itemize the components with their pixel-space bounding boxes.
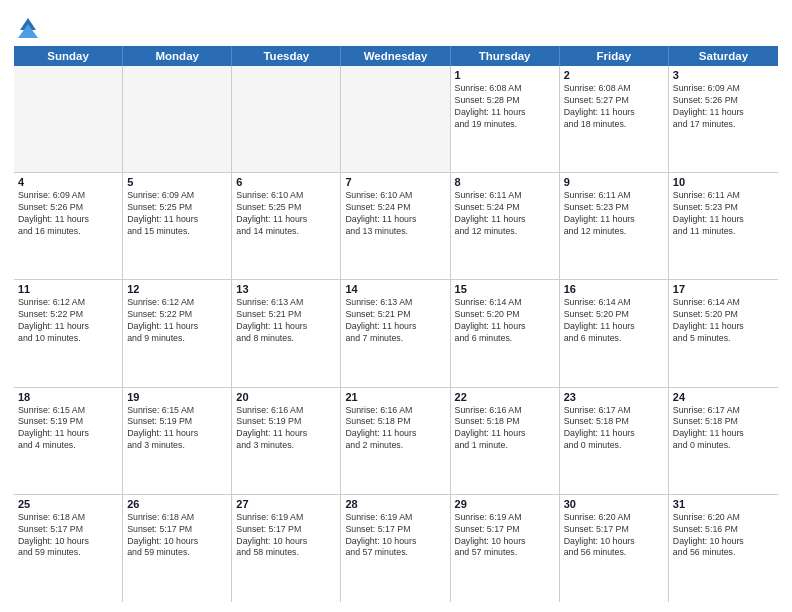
day-info: Sunrise: 6:20 AM Sunset: 5:16 PM Dayligh… xyxy=(673,512,774,560)
calendar-cell: 26Sunrise: 6:18 AM Sunset: 5:17 PM Dayli… xyxy=(123,495,232,602)
day-number: 18 xyxy=(18,391,118,403)
calendar-cell: 28Sunrise: 6:19 AM Sunset: 5:17 PM Dayli… xyxy=(341,495,450,602)
day-info: Sunrise: 6:19 AM Sunset: 5:17 PM Dayligh… xyxy=(345,512,445,560)
calendar-cell: 10Sunrise: 6:11 AM Sunset: 5:23 PM Dayli… xyxy=(669,173,778,279)
calendar-cell: 22Sunrise: 6:16 AM Sunset: 5:18 PM Dayli… xyxy=(451,388,560,494)
calendar-cell xyxy=(232,66,341,172)
day-info: Sunrise: 6:09 AM Sunset: 5:26 PM Dayligh… xyxy=(673,83,774,131)
day-number: 16 xyxy=(564,283,664,295)
day-info: Sunrise: 6:19 AM Sunset: 5:17 PM Dayligh… xyxy=(455,512,555,560)
calendar-cell: 3Sunrise: 6:09 AM Sunset: 5:26 PM Daylig… xyxy=(669,66,778,172)
calendar-cell: 27Sunrise: 6:19 AM Sunset: 5:17 PM Dayli… xyxy=(232,495,341,602)
calendar-cell: 2Sunrise: 6:08 AM Sunset: 5:27 PM Daylig… xyxy=(560,66,669,172)
day-number: 14 xyxy=(345,283,445,295)
day-number: 26 xyxy=(127,498,227,510)
day-number: 3 xyxy=(673,69,774,81)
day-number: 28 xyxy=(345,498,445,510)
calendar-cell: 21Sunrise: 6:16 AM Sunset: 5:18 PM Dayli… xyxy=(341,388,450,494)
calendar-cell: 12Sunrise: 6:12 AM Sunset: 5:22 PM Dayli… xyxy=(123,280,232,386)
day-number: 13 xyxy=(236,283,336,295)
day-info: Sunrise: 6:17 AM Sunset: 5:18 PM Dayligh… xyxy=(564,405,664,453)
day-info: Sunrise: 6:09 AM Sunset: 5:25 PM Dayligh… xyxy=(127,190,227,238)
day-number: 1 xyxy=(455,69,555,81)
logo xyxy=(14,14,46,42)
day-number: 22 xyxy=(455,391,555,403)
day-number: 31 xyxy=(673,498,774,510)
page: SundayMondayTuesdayWednesdayThursdayFrid… xyxy=(0,0,792,612)
day-info: Sunrise: 6:08 AM Sunset: 5:28 PM Dayligh… xyxy=(455,83,555,131)
calendar-cell: 20Sunrise: 6:16 AM Sunset: 5:19 PM Dayli… xyxy=(232,388,341,494)
day-number: 10 xyxy=(673,176,774,188)
calendar: SundayMondayTuesdayWednesdayThursdayFrid… xyxy=(14,46,778,602)
day-info: Sunrise: 6:14 AM Sunset: 5:20 PM Dayligh… xyxy=(673,297,774,345)
day-number: 6 xyxy=(236,176,336,188)
weekday-header: Friday xyxy=(560,46,669,66)
weekday-header: Saturday xyxy=(669,46,778,66)
day-info: Sunrise: 6:09 AM Sunset: 5:26 PM Dayligh… xyxy=(18,190,118,238)
calendar-cell: 7Sunrise: 6:10 AM Sunset: 5:24 PM Daylig… xyxy=(341,173,450,279)
day-number: 15 xyxy=(455,283,555,295)
calendar-cell: 13Sunrise: 6:13 AM Sunset: 5:21 PM Dayli… xyxy=(232,280,341,386)
calendar-row: 18Sunrise: 6:15 AM Sunset: 5:19 PM Dayli… xyxy=(14,388,778,495)
weekday-header: Monday xyxy=(123,46,232,66)
calendar-header: SundayMondayTuesdayWednesdayThursdayFrid… xyxy=(14,46,778,66)
calendar-cell: 30Sunrise: 6:20 AM Sunset: 5:17 PM Dayli… xyxy=(560,495,669,602)
day-info: Sunrise: 6:13 AM Sunset: 5:21 PM Dayligh… xyxy=(236,297,336,345)
calendar-cell: 8Sunrise: 6:11 AM Sunset: 5:24 PM Daylig… xyxy=(451,173,560,279)
calendar-body: 1Sunrise: 6:08 AM Sunset: 5:28 PM Daylig… xyxy=(14,66,778,602)
day-info: Sunrise: 6:12 AM Sunset: 5:22 PM Dayligh… xyxy=(18,297,118,345)
calendar-cell: 6Sunrise: 6:10 AM Sunset: 5:25 PM Daylig… xyxy=(232,173,341,279)
day-info: Sunrise: 6:12 AM Sunset: 5:22 PM Dayligh… xyxy=(127,297,227,345)
calendar-cell: 4Sunrise: 6:09 AM Sunset: 5:26 PM Daylig… xyxy=(14,173,123,279)
calendar-cell: 14Sunrise: 6:13 AM Sunset: 5:21 PM Dayli… xyxy=(341,280,450,386)
day-number: 19 xyxy=(127,391,227,403)
calendar-cell: 25Sunrise: 6:18 AM Sunset: 5:17 PM Dayli… xyxy=(14,495,123,602)
day-number: 12 xyxy=(127,283,227,295)
calendar-cell: 19Sunrise: 6:15 AM Sunset: 5:19 PM Dayli… xyxy=(123,388,232,494)
calendar-row: 25Sunrise: 6:18 AM Sunset: 5:17 PM Dayli… xyxy=(14,495,778,602)
calendar-cell: 1Sunrise: 6:08 AM Sunset: 5:28 PM Daylig… xyxy=(451,66,560,172)
calendar-row: 4Sunrise: 6:09 AM Sunset: 5:26 PM Daylig… xyxy=(14,173,778,280)
calendar-row: 1Sunrise: 6:08 AM Sunset: 5:28 PM Daylig… xyxy=(14,66,778,173)
day-info: Sunrise: 6:15 AM Sunset: 5:19 PM Dayligh… xyxy=(127,405,227,453)
day-info: Sunrise: 6:19 AM Sunset: 5:17 PM Dayligh… xyxy=(236,512,336,560)
weekday-header: Sunday xyxy=(14,46,123,66)
day-number: 21 xyxy=(345,391,445,403)
day-info: Sunrise: 6:10 AM Sunset: 5:24 PM Dayligh… xyxy=(345,190,445,238)
day-info: Sunrise: 6:11 AM Sunset: 5:24 PM Dayligh… xyxy=(455,190,555,238)
weekday-header: Wednesday xyxy=(341,46,450,66)
day-number: 27 xyxy=(236,498,336,510)
day-number: 11 xyxy=(18,283,118,295)
day-info: Sunrise: 6:14 AM Sunset: 5:20 PM Dayligh… xyxy=(564,297,664,345)
calendar-cell xyxy=(123,66,232,172)
day-info: Sunrise: 6:10 AM Sunset: 5:25 PM Dayligh… xyxy=(236,190,336,238)
day-number: 23 xyxy=(564,391,664,403)
day-number: 5 xyxy=(127,176,227,188)
day-number: 29 xyxy=(455,498,555,510)
day-number: 2 xyxy=(564,69,664,81)
day-info: Sunrise: 6:16 AM Sunset: 5:18 PM Dayligh… xyxy=(455,405,555,453)
svg-marker-1 xyxy=(18,24,38,38)
header xyxy=(14,10,778,42)
weekday-header: Tuesday xyxy=(232,46,341,66)
day-info: Sunrise: 6:18 AM Sunset: 5:17 PM Dayligh… xyxy=(127,512,227,560)
day-number: 25 xyxy=(18,498,118,510)
day-info: Sunrise: 6:17 AM Sunset: 5:18 PM Dayligh… xyxy=(673,405,774,453)
calendar-cell: 31Sunrise: 6:20 AM Sunset: 5:16 PM Dayli… xyxy=(669,495,778,602)
calendar-row: 11Sunrise: 6:12 AM Sunset: 5:22 PM Dayli… xyxy=(14,280,778,387)
calendar-cell xyxy=(341,66,450,172)
calendar-cell: 11Sunrise: 6:12 AM Sunset: 5:22 PM Dayli… xyxy=(14,280,123,386)
day-number: 4 xyxy=(18,176,118,188)
calendar-cell: 29Sunrise: 6:19 AM Sunset: 5:17 PM Dayli… xyxy=(451,495,560,602)
day-info: Sunrise: 6:18 AM Sunset: 5:17 PM Dayligh… xyxy=(18,512,118,560)
day-info: Sunrise: 6:15 AM Sunset: 5:19 PM Dayligh… xyxy=(18,405,118,453)
logo-icon xyxy=(14,14,42,42)
calendar-cell: 9Sunrise: 6:11 AM Sunset: 5:23 PM Daylig… xyxy=(560,173,669,279)
calendar-cell xyxy=(14,66,123,172)
day-number: 30 xyxy=(564,498,664,510)
calendar-cell: 15Sunrise: 6:14 AM Sunset: 5:20 PM Dayli… xyxy=(451,280,560,386)
day-info: Sunrise: 6:14 AM Sunset: 5:20 PM Dayligh… xyxy=(455,297,555,345)
day-info: Sunrise: 6:08 AM Sunset: 5:27 PM Dayligh… xyxy=(564,83,664,131)
day-number: 7 xyxy=(345,176,445,188)
day-info: Sunrise: 6:13 AM Sunset: 5:21 PM Dayligh… xyxy=(345,297,445,345)
